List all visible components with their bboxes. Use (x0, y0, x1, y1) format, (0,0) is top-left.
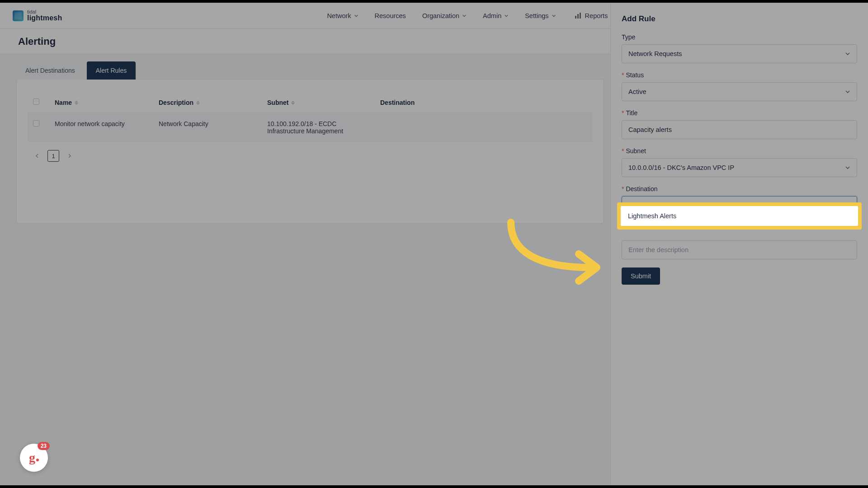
submit-button[interactable]: Submit (622, 267, 660, 285)
chevron-down-icon (845, 51, 850, 56)
pagination: 1 (28, 150, 593, 162)
col-description[interactable]: Description (159, 99, 193, 106)
col-destination[interactable]: Destination (380, 99, 415, 106)
type-value: Network Requests (628, 50, 682, 57)
chevron-down-icon (504, 14, 509, 18)
description-placeholder: Enter the description (628, 246, 689, 253)
svg-rect-0 (575, 16, 576, 19)
row-checkbox[interactable] (33, 120, 39, 127)
destination-dropdown: Lightmesh Alerts (617, 202, 862, 230)
panel-title: Add Rule (622, 14, 857, 23)
tab-alert-destinations[interactable]: Alert Destinations (16, 61, 84, 80)
nav-network[interactable]: Network (327, 12, 358, 19)
bar-chart-icon (574, 12, 581, 19)
sort-icon (196, 101, 200, 105)
subnet-value: 10.0.0.0/16 - DKC's Amazon VPC IP (628, 164, 734, 171)
page-title: Alerting (18, 36, 56, 47)
chevron-right-icon (67, 154, 72, 158)
pager-next[interactable] (64, 150, 75, 162)
nav-reports-label: Reports (585, 12, 608, 19)
tabs: Alert Destinations Alert Rules (16, 61, 604, 80)
select-all-checkbox[interactable] (33, 99, 39, 105)
chevron-left-icon (35, 154, 39, 158)
chevron-down-icon (462, 14, 467, 18)
table-row[interactable]: Monitor network capacity Network Capacit… (28, 113, 593, 142)
nav-reports[interactable]: Reports (574, 12, 608, 19)
primary-nav: Network Resources Organization Admin Set… (327, 12, 556, 19)
cell-subnet: 10.100.192.0/18 - ECDC Infrastructure Ma… (262, 113, 375, 142)
col-name[interactable]: Name (55, 99, 72, 106)
nav-admin[interactable]: Admin (483, 12, 509, 19)
chevron-down-icon (845, 89, 850, 94)
dot-icon (36, 459, 39, 461)
svg-rect-1 (577, 14, 579, 19)
nav-organization-label: Organization (422, 12, 459, 19)
tab-alert-rules[interactable]: Alert Rules (87, 61, 136, 80)
help-widget[interactable]: g 23 (20, 444, 48, 472)
nav-resources-label: Resources (375, 12, 406, 19)
nav-settings[interactable]: Settings (525, 12, 556, 19)
svg-rect-2 (580, 13, 581, 19)
nav-settings-label: Settings (525, 12, 548, 19)
destination-option-lightmesh-alerts[interactable]: Lightmesh Alerts (621, 206, 858, 226)
title-label: *Title (622, 109, 857, 117)
destination-label: *Destination (622, 185, 857, 192)
cell-destination (375, 113, 593, 142)
rules-panel: Name Description Subnet Destination Moni… (16, 79, 604, 224)
pager-prev[interactable] (31, 150, 43, 162)
col-subnet[interactable]: Subnet (267, 99, 288, 106)
brand-logo[interactable]: tidal lightmesh (13, 9, 62, 22)
pager-page-1[interactable]: 1 (47, 150, 59, 162)
description-input[interactable]: Enter the description (622, 240, 857, 259)
type-select[interactable]: Network Requests (622, 44, 857, 63)
nav-resources[interactable]: Resources (375, 12, 406, 19)
annotation-arrow (502, 218, 606, 292)
sort-icon (291, 101, 295, 105)
status-select[interactable]: Active (622, 82, 857, 101)
type-label: Type (622, 33, 857, 41)
chevron-down-icon (552, 14, 556, 18)
brand-bottom: lightmesh (27, 14, 62, 22)
status-label: *Status (622, 71, 857, 79)
nav-organization[interactable]: Organization (422, 12, 467, 19)
status-value: Active (628, 88, 646, 95)
chevron-down-icon (845, 165, 850, 170)
sort-icon (75, 101, 78, 105)
help-widget-count: 23 (38, 442, 50, 450)
title-input-field[interactable] (628, 126, 850, 133)
cell-name: Monitor network capacity (49, 113, 153, 142)
nav-network-label: Network (327, 12, 351, 19)
subnet-label: *Subnet (622, 147, 857, 155)
title-input[interactable] (622, 120, 857, 139)
cell-description: Network Capacity (153, 113, 262, 142)
help-widget-letter: g (29, 450, 35, 465)
add-rule-panel: Add Rule Type Network Requests *Status A… (610, 3, 868, 485)
chevron-down-icon (354, 14, 359, 18)
subnet-select[interactable]: 10.0.0.0/16 - DKC's Amazon VPC IP (622, 158, 857, 177)
nav-admin-label: Admin (483, 12, 501, 19)
brand-mark-icon (13, 10, 24, 21)
rules-table: Name Description Subnet Destination Moni… (28, 92, 593, 142)
